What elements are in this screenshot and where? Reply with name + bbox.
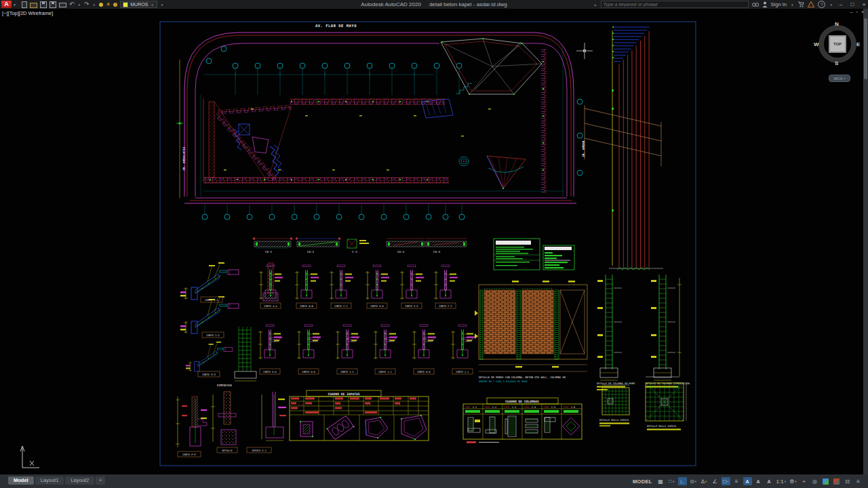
dimension-label: DIMENSION	[217, 384, 232, 387]
beam-label: C-2	[352, 250, 357, 253]
layout-tabs: Model Layout1 Layout2 +	[8, 474, 105, 488]
column-details: DETALLE DE COLUMNA EN MURO DETALLE DE CO…	[597, 274, 690, 390]
corte-label: CORTE I-I	[340, 371, 353, 373]
street-left-label: JR. ANDALUCIA	[182, 146, 186, 171]
corte-label: CORTE A-A	[264, 305, 277, 308]
beam-sections: CA-1 CA-2 C-2 CA-3 CA-4	[253, 238, 467, 254]
zapata-label: Z-3	[366, 403, 371, 406]
grid-display-icon[interactable]: ▦	[656, 477, 665, 485]
tipo-label: C-6	[571, 406, 575, 409]
column-caption-1: DETALLE DE COLUMNA EN MURO	[597, 382, 635, 385]
columnas-title: CUADRO DE COLUMNAS	[505, 400, 539, 403]
annotation-scale-value[interactable]: 1:1▾	[776, 477, 787, 485]
tipo-label: C-4	[532, 406, 536, 409]
vertical-scrollbar[interactable]	[863, 9, 868, 474]
zapatas-title: CUADRO DE ZAPATAS	[328, 392, 359, 396]
beam-label: CA-1	[265, 250, 273, 253]
doc-restore-button[interactable]: ▫	[856, 9, 857, 14]
detail-label: DETALLE	[222, 449, 232, 452]
wall-caption-line2: AMARRE EN T CADA 3 HILADAS DE MURO	[479, 380, 528, 383]
site-plan: AV. FLOR DE MAYO JR. ANDALUCIA JR. AMBAR	[176, 24, 593, 220]
malla-caption-1: DETALLE MALLA ZAPATA	[599, 419, 629, 422]
status-bar: MODEL ▦ ∷▾ ∟ ⊙▾ ∆▾ ∠ □▾ ≡ A A A 1:1▾ ⚙▾ …	[633, 477, 863, 485]
annotation-autoscale-icon[interactable]: A	[754, 477, 763, 485]
lineweight-icon[interactable]: ≡	[732, 477, 741, 485]
stair-label: CORTE 3-3	[202, 373, 215, 376]
detail-label: CORTE P-P	[182, 453, 195, 456]
doc-close-button[interactable]: ×	[861, 9, 864, 14]
graphics-performance-icon[interactable]	[821, 477, 830, 485]
new-layout-button[interactable]: +	[96, 476, 105, 485]
beam-label: CA-2	[307, 250, 315, 253]
tipo-word: TIPO	[484, 406, 490, 409]
annotation-visibility-icon[interactable]: A	[743, 477, 752, 485]
tab-layout1[interactable]: Layout1	[35, 476, 64, 485]
cuadro-columnas-table: CUADRO DE COLUMNAS TIPO C-1 TIPO C-2 TIP…	[463, 398, 582, 443]
zapata-label: Z-4	[396, 403, 401, 406]
beam-label: CA-4	[433, 250, 441, 253]
detail-label: ZAPATA Z-1	[252, 449, 267, 452]
clean-screen-icon[interactable]: ⊡	[843, 477, 852, 485]
zapata-label: Z-2	[336, 403, 341, 406]
wall-sections-row1: CORTE A-A CORTE B-B CORTE C-C CORTE D-D …	[259, 263, 458, 308]
zapata-label: Z-1	[298, 403, 303, 406]
tipo-word: TIPO	[563, 406, 568, 409]
wcs-label: WCS	[834, 77, 843, 81]
spec-note-boxes	[494, 239, 574, 270]
isometric-drafting-icon[interactable]: ∆▾	[700, 477, 709, 485]
brick-wall-detail: DETALLE DE MUROS CON COLUMNA, BETON GTE …	[475, 281, 587, 383]
viewport-controls[interactable]: [−][Top][2D Wireframe]	[2, 10, 53, 16]
bottom-bar: Model Layout1 Layout2 + MODEL ▦ ∷▾ ∟ ⊙▾ …	[0, 474, 868, 488]
drawing-canvas[interactable]: AV. FLOR DE MAYO JR. ANDALUCIA JR. AMBAR	[0, 0, 868, 488]
viewcube-top-face[interactable]: TOP	[829, 35, 846, 53]
stair-label: CORTE 1-1	[205, 299, 218, 302]
cuadro-zapatas-table: CUADRO DE ZAPATAS	[290, 390, 429, 441]
grid-bubbles-top	[206, 46, 462, 95]
corte-label: CORTE C-C	[334, 305, 347, 308]
rebar-elevation-detail	[585, 26, 663, 270]
crosshair-cursor	[576, 43, 593, 59]
corte-label: CORTE E-E	[405, 305, 418, 308]
viewcube-north[interactable]: N	[835, 21, 839, 27]
corte-label: CORTE D-D	[370, 305, 383, 308]
wall-sections-row2: CORTE G-G CORTE H-H CORTE I-I CORTE J-J …	[258, 325, 475, 374]
grid-bubbles-bottom	[202, 205, 465, 220]
scrollbar-thumb[interactable]	[864, 18, 867, 79]
bottom-left-details: CORTE P-P DETALLE	[176, 392, 286, 457]
annotation-monitor-icon[interactable]: +	[800, 477, 808, 485]
corte-label: CORTE J-J	[378, 371, 391, 373]
hardware-acceleration-icon[interactable]	[832, 477, 841, 485]
malla-details: DETALLE MALLA ZAPATA DETALLE MALLA ZAPAT…	[599, 383, 686, 430]
tab-layout2[interactable]: Layout2	[65, 476, 94, 485]
corte-label: CORTE G-G	[263, 371, 276, 373]
snap-mode-icon[interactable]: ∷▾	[667, 477, 676, 485]
tipo-label: C-2	[492, 406, 496, 409]
wcs-menu[interactable]: WCS▾	[829, 75, 850, 82]
doc-minimize-button[interactable]: –	[850, 9, 853, 14]
tipo-word: TIPO	[543, 406, 549, 409]
ortho-mode-icon[interactable]: ∟	[678, 477, 687, 485]
viewcube-east[interactable]: E	[856, 41, 860, 47]
object-snap-tracking-icon[interactable]: ∠	[711, 477, 719, 485]
tipo-word: TIPO	[504, 406, 509, 409]
annotation-scale-flag-icon[interactable]: A	[765, 477, 774, 485]
corte-label: CORTE H-H	[302, 371, 315, 373]
object-snap-icon[interactable]: □▾	[722, 477, 730, 485]
viewcube-west[interactable]: W	[814, 41, 819, 47]
tab-model[interactable]: Model	[8, 476, 34, 485]
customization-icon[interactable]: ≡	[854, 477, 863, 485]
autocad-window: A ▼ ↶▾ ↷▾ ☀ MUROS ▾ ▾ Autodesk AutoCAD 2…	[0, 0, 868, 488]
corte-label: CORTE L-L	[456, 371, 469, 373]
tipo-label: C-1	[473, 406, 477, 409]
isolate-objects-icon[interactable]: ◎	[810, 477, 819, 485]
workspace-switching-icon[interactable]: ⚙▾	[789, 477, 797, 485]
model-space-indicator[interactable]: MODEL	[633, 479, 652, 485]
tipo-word: TIPO	[524, 406, 529, 409]
corte-label: CORTE B-B	[300, 305, 313, 308]
beam-label: CA-3	[397, 250, 405, 253]
polar-tracking-icon[interactable]: ⊙▾	[689, 477, 698, 485]
viewcube[interactable]: N S W E TOP	[816, 22, 859, 66]
ucs-icon	[20, 446, 39, 468]
viewcube-south[interactable]: S	[835, 60, 838, 66]
wall-caption-line1: DETALLE DE MUROS CON COLUMNA, BETON GTE …	[479, 375, 566, 379]
